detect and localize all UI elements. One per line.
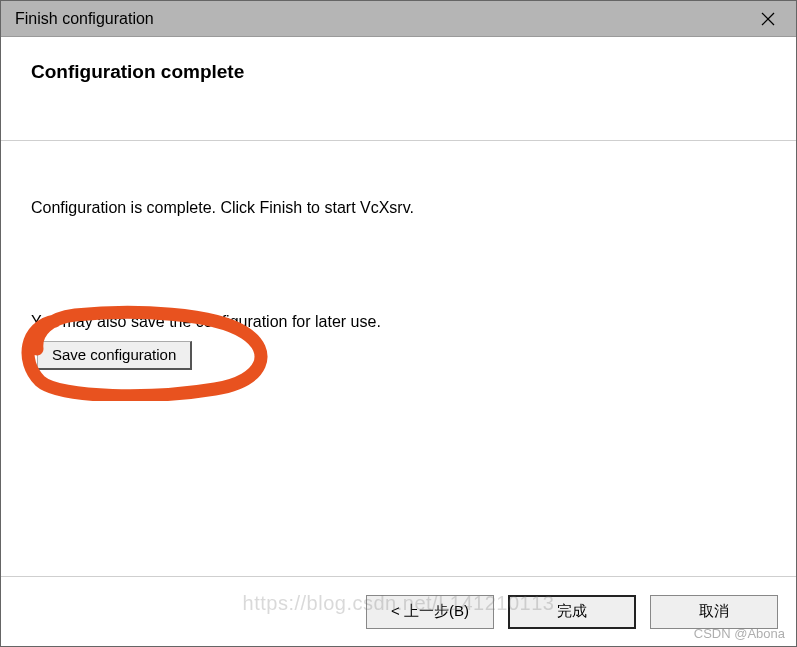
save-configuration-button[interactable]: Save configuration xyxy=(37,341,192,370)
window-title: Finish configuration xyxy=(15,10,154,28)
save-hint-message: You may also save the configuration for … xyxy=(31,313,766,331)
footer-button-bar: < 上一步(B) 完成 取消 xyxy=(1,576,796,646)
cancel-button[interactable]: 取消 xyxy=(650,595,778,629)
back-button[interactable]: < 上一步(B) xyxy=(366,595,494,629)
dialog-window: Finish configuration Configuration compl… xyxy=(0,0,797,647)
page-heading: Configuration complete xyxy=(31,61,796,83)
close-button[interactable] xyxy=(740,1,796,37)
close-icon xyxy=(761,12,775,26)
content-area: Configuration is complete. Click Finish … xyxy=(1,141,796,576)
header-section: Configuration complete xyxy=(1,37,796,141)
finish-button[interactable]: 完成 xyxy=(508,595,636,629)
titlebar: Finish configuration xyxy=(1,1,796,37)
completion-message: Configuration is complete. Click Finish … xyxy=(31,199,766,217)
